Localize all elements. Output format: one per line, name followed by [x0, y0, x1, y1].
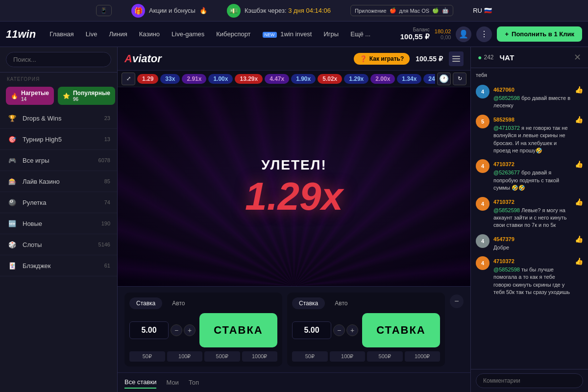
nav-main[interactable]: Главная [44, 27, 79, 41]
msg-user-2[interactable]: 4710372 [493, 161, 514, 167]
sidebar-icon-5: 🆕 [7, 218, 18, 229]
macos-icon: 🍎 [390, 7, 396, 14]
quick-1000-2[interactable]: 1000₽ [405, 351, 441, 362]
chat-input[interactable] [476, 373, 583, 388]
avatar-5: 4 [476, 256, 490, 270]
tab-top[interactable]: Топ [189, 377, 199, 388]
msg-like-3[interactable]: 👍 [575, 198, 583, 206]
nav-more[interactable]: Ещё ... [344, 27, 376, 41]
msg-user-1[interactable]: 5852598 [493, 117, 514, 122]
mult-badge-0[interactable]: 1.29 [137, 74, 158, 84]
sidebar-item-3[interactable]: 🎰 Лайв Казино 85 [0, 171, 117, 192]
msg-user-3[interactable]: 4710372 [493, 199, 514, 205]
msg-user-5[interactable]: 4710372 [493, 258, 514, 264]
mult-badge-11[interactable]: 24 [423, 74, 435, 84]
mult-badge-2[interactable]: 2.91x [182, 74, 206, 84]
popular-games-button[interactable]: ⭐ Популярные 96 [58, 87, 115, 105]
sidebar-label-1: Турнир High5 [23, 136, 62, 143]
nav-casino[interactable]: Казино [133, 27, 166, 41]
promo-item-app[interactable]: Приложение 🍎 для Mac OS 🍏 🤖 [350, 5, 453, 16]
settings-button[interactable]: ⋮ [476, 26, 492, 42]
game-menu-button[interactable] [449, 51, 464, 66]
sidebar-item-6[interactable]: 🎲 Слоты 5146 [0, 234, 117, 255]
sidebar-item-7[interactable]: 🃏 Блэкджек 61 [0, 255, 117, 276]
quick-100-2[interactable]: 100₽ [330, 351, 366, 362]
stake-button-2[interactable]: СТАВКА [362, 313, 440, 347]
remove-bet-button[interactable]: − [450, 294, 464, 308]
search-input[interactable] [6, 52, 111, 67]
sidebar-item-2[interactable]: 🎮 Все игры 6078 [0, 150, 117, 171]
deposit-button[interactable]: + Пополнить в 1 Клик [497, 26, 582, 42]
msg-like-2[interactable]: 👍 [575, 160, 583, 168]
sidebar-count-2: 6078 [98, 157, 110, 163]
msg-like-4[interactable]: 👍 [575, 235, 583, 243]
promo-item-bonuses[interactable]: 🎁 Акции и бонусы 🔥 [131, 4, 207, 18]
quick-1000-1[interactable]: 1000₽ [242, 351, 278, 362]
mult-badge-6[interactable]: 1.90x [291, 74, 316, 84]
promo-item-mobile: 📱 [96, 5, 112, 16]
msg-text-5: @5852598 ты бы лучше помогала а то как я… [493, 266, 571, 296]
nav-games[interactable]: Игры [318, 27, 344, 41]
nav-line[interactable]: Линия [103, 27, 133, 41]
tab-my-bets[interactable]: Мои [166, 377, 178, 388]
mult-badge-5[interactable]: 4.47x [265, 74, 289, 84]
chat-close-button[interactable]: ✕ [574, 52, 581, 63]
msg-like-0[interactable]: 👍 [575, 86, 583, 94]
mult-badge-7[interactable]: 5.02x [318, 74, 342, 84]
user-profile-button[interactable]: 👤 [456, 26, 471, 42]
bet-decrease-1[interactable]: − [171, 324, 182, 336]
msg-user-4[interactable]: 4547379 [493, 236, 514, 242]
sidebar-label-2: Все игры [23, 157, 49, 164]
msg-like-5[interactable]: 👍 [575, 257, 583, 265]
bet-decrease-2[interactable]: − [333, 324, 345, 336]
bet-amount-input-1[interactable] [129, 321, 169, 339]
nav-live-games[interactable]: Live-games [166, 27, 210, 41]
chat-header: ● 242 ЧАТ ✕ [471, 47, 588, 68]
bet-increase-2[interactable]: + [346, 324, 358, 336]
nav-live[interactable]: Live [80, 27, 103, 41]
site-logo[interactable]: 11win [6, 28, 36, 41]
chat-message-2: 4 4710372 @5263677 бро давай я попробую … [476, 159, 583, 192]
multiplier-badges: 1.2933x2.91x1.00x13.29x4.47x1.90x5.02x1.… [137, 74, 435, 84]
hot-games-button[interactable]: 🔥 Нагретые 14 [6, 87, 54, 105]
sidebar-item-1[interactable]: 🎯 Турнир High5 13 [0, 129, 117, 150]
msg-text-3: @5852598 Левые? я могу на аккаунт зайти … [493, 207, 571, 229]
mult-badge-8[interactable]: 1.29x [344, 74, 368, 84]
msg-like-1[interactable]: 👍 [575, 116, 583, 123]
chat-messages: тебя 4 4627060 @5852598 бро давай вместе… [471, 68, 588, 369]
mult-badge-10[interactable]: 1.34x [397, 74, 421, 84]
sidebar-icon-1: 🎯 [7, 134, 18, 145]
quick-500-1[interactable]: 500₽ [204, 351, 240, 362]
stake-button-1[interactable]: СТАВКА [199, 313, 277, 347]
nav-esports[interactable]: Киберспорт [210, 27, 256, 41]
msg-user-0[interactable]: 4627060 [493, 87, 514, 93]
nav-1win-invest[interactable]: NEW 1win invest [257, 27, 318, 41]
bet-tab-stake-2[interactable]: Ставка [292, 297, 325, 309]
tab-all-bets[interactable]: Все ставки [124, 376, 156, 389]
sidebar-item-5[interactable]: 🆕 Новые 190 [0, 213, 117, 234]
quick-50-2[interactable]: 50₽ [292, 351, 328, 362]
refresh-button[interactable]: ↻ [453, 73, 466, 85]
language-button[interactable]: RU 🇷🇺 [473, 7, 492, 14]
mult-badge-1[interactable]: 33x [160, 74, 180, 84]
bet-tab-stake-1[interactable]: Ставка [129, 297, 162, 309]
mult-badge-4[interactable]: 13.29x [235, 74, 263, 84]
quick-50-1[interactable]: 50₽ [129, 351, 165, 362]
menu-line [452, 58, 460, 59]
mult-badge-9[interactable]: 2.00x [370, 74, 395, 84]
bet-tab-auto-1[interactable]: Авто [165, 297, 192, 309]
history-button[interactable]: 🕐 [437, 73, 451, 85]
mult-badge-3[interactable]: 1.00x [208, 74, 233, 84]
expand-button[interactable]: ⤢ [122, 73, 135, 85]
bet-amount-input-2[interactable] [292, 321, 331, 339]
bet-increase-1[interactable]: + [184, 324, 196, 336]
aviator-logo: Aviator [124, 52, 162, 65]
quick-100-1[interactable]: 100₽ [167, 351, 203, 362]
how-to-play-button[interactable]: ❓ Как играть? [354, 53, 410, 65]
promo-item-cashback[interactable]: 💵 Кэшбэк через: 3 дня 04:14:06 [227, 4, 331, 18]
quick-amounts-1: 50₽ 100₽ 500₽ 1000₽ [129, 351, 277, 362]
sidebar-item-4[interactable]: 🎱 Рулетка 74 [0, 192, 117, 213]
sidebar-item-0[interactable]: 🏆 Drops & Wins 23 [0, 108, 117, 129]
bet-tab-auto-2[interactable]: Авто [328, 297, 354, 309]
quick-500-2[interactable]: 500₽ [367, 351, 403, 362]
